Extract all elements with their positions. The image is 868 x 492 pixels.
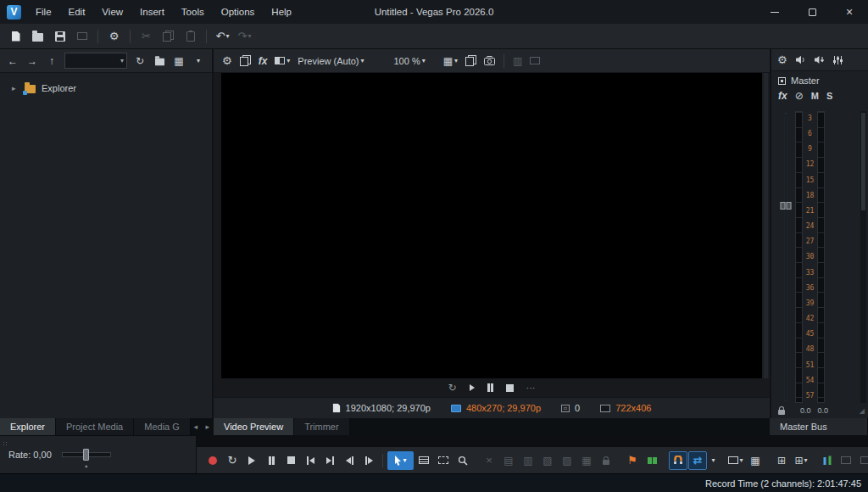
event-tools-dropdown-button[interactable]: ▾ (726, 451, 745, 470)
menu-view[interactable]: View (93, 0, 131, 24)
expander-icon[interactable]: ▸ (12, 84, 19, 92)
menu-edit[interactable]: Edit (60, 0, 94, 24)
window-layout-button-2[interactable] (856, 451, 868, 470)
preview-scrollbar[interactable] (762, 73, 770, 378)
menu-options[interactable]: Options (213, 0, 264, 24)
fader-track[interactable] (785, 113, 787, 401)
minimize-button[interactable] (756, 0, 793, 24)
more-options-button[interactable]: ··· (526, 383, 536, 393)
copy-snapshot-button[interactable] (462, 52, 480, 70)
resize-grip-icon[interactable]: ◢ (860, 407, 865, 415)
dock-grip-icon[interactable] (3, 441, 8, 446)
pause-button[interactable] (262, 451, 281, 470)
close-button[interactable]: × (831, 0, 868, 24)
undo-button[interactable]: ↶▾ (212, 26, 233, 47)
loop-playback-button[interactable]: ↻ (448, 383, 456, 393)
rate-slider[interactable]: ▴ (62, 452, 111, 457)
new-project-button[interactable] (5, 26, 26, 47)
redo-button[interactable]: ↷▾ (234, 26, 255, 47)
open-project-button[interactable] (27, 26, 48, 47)
ignore-event-grouping-button[interactable]: × (480, 451, 498, 470)
mixer-settings-button[interactable]: ⚙ (777, 54, 787, 65)
go-to-end-button[interactable] (320, 451, 339, 470)
new-folder-button[interactable] (150, 52, 169, 70)
next-frame-button[interactable] (359, 451, 378, 470)
video-display[interactable] (221, 73, 762, 378)
preview-scrollbar-thumb[interactable] (764, 73, 768, 378)
project-video-properties-button[interactable]: ⚙ (219, 52, 236, 70)
split-screen-view-button[interactable]: ▾ (271, 52, 293, 70)
external-monitor-button[interactable] (236, 52, 254, 70)
tab-media-generators[interactable]: Media G (134, 418, 191, 435)
window-layout-button-1[interactable] (837, 451, 855, 470)
menu-tools[interactable]: Tools (173, 0, 213, 24)
fader-handle[interactable] (781, 202, 792, 210)
zoom-in-track-button[interactable]: ⊞ (772, 451, 791, 470)
insert-marker-button[interactable]: ⚑ (623, 451, 642, 470)
menu-file[interactable]: File (27, 0, 60, 24)
trim-start-button[interactable]: ▥ (519, 451, 537, 470)
refresh-button[interactable]: ↻ (131, 52, 149, 70)
mixer-view-button[interactable] (832, 55, 843, 65)
volume-fader[interactable] (776, 111, 795, 403)
stop-button[interactable] (506, 384, 514, 392)
expand-track-layers-button[interactable] (415, 451, 433, 470)
bus-fx-button[interactable]: fx (778, 90, 787, 102)
tab-explorer[interactable]: Explorer (0, 418, 56, 435)
loop-playback-button[interactable]: ↻ (223, 451, 242, 470)
mute-output-button[interactable] (795, 55, 806, 64)
tab-scroll-right-button[interactable]: ▸ (203, 422, 213, 431)
video-scopes-button[interactable]: ▥ (509, 52, 526, 70)
tab-video-preview[interactable]: Video Preview (214, 418, 294, 435)
zoom-edit-tool-button[interactable] (453, 451, 472, 470)
insert-region-button[interactable] (643, 451, 661, 470)
copy-button[interactable] (158, 26, 179, 47)
pause-button[interactable] (487, 383, 493, 392)
auto-ripple-button[interactable]: ⇄ (688, 451, 707, 470)
tab-master-bus[interactable]: Master Bus (770, 418, 868, 435)
downmix-output-button[interactable] (814, 55, 825, 64)
play-button[interactable] (242, 451, 261, 470)
video-output-fx-button[interactable]: fx (255, 52, 271, 70)
event-properties-button[interactable]: ▦ (577, 451, 596, 470)
views-button[interactable]: ▦ (170, 52, 188, 70)
tree-item-explorer[interactable]: ▸ Explorer (0, 80, 212, 96)
go-to-start-button[interactable] (301, 451, 320, 470)
views-dropdown-button[interactable]: ▾ (189, 52, 208, 70)
maximize-button[interactable] (793, 0, 831, 24)
lock-envelopes-button[interactable] (597, 451, 615, 470)
split-event-button[interactable]: ▤ (499, 451, 518, 470)
tab-scroll-left-button[interactable]: ◂ (191, 422, 201, 431)
menu-help[interactable]: Help (263, 0, 300, 24)
project-properties-button[interactable]: ⚙ (103, 26, 125, 47)
lock-icon[interactable] (778, 410, 785, 415)
timecode-display-button[interactable] (526, 52, 543, 70)
rate-slider-handle[interactable] (83, 449, 89, 461)
tab-trimmer[interactable]: Trimmer (294, 418, 350, 435)
cut-button[interactable]: ✂ (136, 26, 157, 47)
back-button[interactable]: ← (3, 52, 22, 70)
zoom-in-timeline-button[interactable]: ⊞▾ (792, 451, 810, 470)
play-button[interactable] (470, 384, 475, 391)
quantize-to-frames-button[interactable]: ▦ (746, 451, 765, 470)
overlays-button[interactable]: ▦▾ (440, 52, 461, 70)
panel-scrollbar[interactable] (860, 111, 866, 403)
normal-edit-tool-button[interactable]: ▾ (387, 451, 414, 470)
trim-end-button[interactable]: ▧ (538, 451, 557, 470)
preview-quality-dropdown[interactable]: Preview (Auto)▾ (294, 52, 367, 70)
solo-button[interactable]: S (826, 91, 832, 101)
auto-ripple-dropdown-button[interactable]: ▾ (708, 451, 719, 470)
stop-button[interactable] (281, 451, 300, 470)
save-project-button[interactable] (49, 26, 70, 47)
enable-snapping-button[interactable] (669, 451, 687, 470)
record-button[interactable] (203, 451, 222, 470)
mute-button[interactable]: M (811, 91, 819, 101)
save-snapshot-button[interactable] (481, 52, 498, 70)
panel-scrollbar-thumb[interactable] (861, 113, 865, 210)
address-combobox[interactable]: ▾ (64, 53, 127, 69)
preview-zoom-dropdown[interactable]: 100 %▾ (391, 52, 429, 70)
tab-project-media[interactable]: Project Media (56, 418, 134, 435)
audio-mixer-button[interactable] (818, 451, 837, 470)
fade-tool-button[interactable]: ▨ (558, 451, 576, 470)
up-button[interactable]: ↑ (42, 52, 61, 70)
